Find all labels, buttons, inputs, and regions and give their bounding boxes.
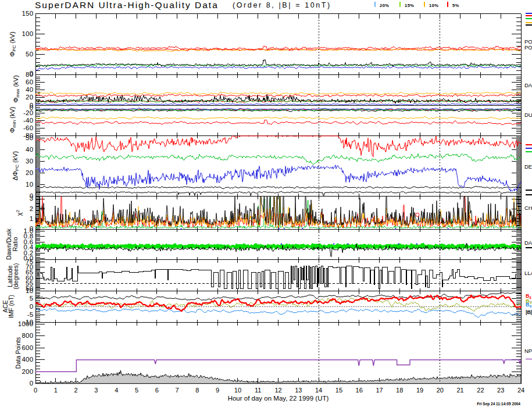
svg-text:(degrees): (degrees) — [12, 263, 19, 290]
svg-text:1: 1 — [30, 215, 34, 222]
svg-text:1000: 1000 — [18, 320, 34, 327]
svg-text:2: 2 — [74, 387, 78, 394]
svg-text:15: 15 — [335, 387, 342, 394]
svg-text:50: 50 — [26, 51, 33, 58]
svg-text:0: 0 — [34, 387, 37, 394]
svg-text:400: 400 — [22, 356, 33, 363]
svg-text:13: 13 — [295, 387, 302, 394]
svg-text:DEL: DEL — [524, 163, 532, 170]
svg-text:150: 150 — [22, 10, 33, 17]
svg-text:800: 800 — [22, 332, 33, 339]
svg-text:DAW: DAW — [524, 240, 532, 246]
svg-text:1: 1 — [54, 387, 58, 394]
svg-text:-20: -20 — [23, 109, 34, 116]
svg-text:14: 14 — [315, 387, 322, 394]
svg-text:12: 12 — [274, 387, 281, 394]
svg-text:3: 3 — [30, 195, 34, 202]
svg-text:19: 19 — [416, 387, 423, 394]
svg-text:-40: -40 — [23, 117, 34, 124]
svg-text:Φmin (kV): Φmin (kV) — [9, 107, 17, 133]
svg-text:0: 0 — [30, 380, 34, 387]
svg-text:11: 11 — [255, 387, 261, 394]
svg-text:IMF (nT): IMF (nT) — [8, 295, 15, 318]
svg-text:10%: 10% — [429, 3, 439, 8]
svg-text:18: 18 — [396, 387, 403, 394]
svg-text:5%: 5% — [452, 3, 459, 8]
svg-text:Hour of day on May, 22 1999 (U: Hour of day on May, 22 1999 (UT) — [228, 395, 329, 402]
svg-text:LLA: LLA — [524, 270, 532, 276]
svg-text:30: 30 — [26, 158, 33, 165]
svg-text:PO: PO — [524, 44, 532, 51]
svg-text:ΦPC (kV): ΦPC (kV) — [9, 31, 17, 56]
svg-text:80: 80 — [26, 71, 33, 78]
svg-text:CHI: CHI — [524, 205, 532, 211]
svg-text:10: 10 — [26, 287, 33, 294]
svg-text:10: 10 — [26, 181, 33, 188]
svg-text:600: 600 — [22, 344, 33, 351]
svg-text:60: 60 — [26, 78, 33, 85]
svg-text:|B|: |B| — [526, 309, 532, 315]
svg-text:15%: 15% — [405, 3, 415, 8]
svg-text:-5: -5 — [27, 311, 34, 318]
svg-text:22: 22 — [477, 387, 484, 394]
svg-text:-60: -60 — [23, 124, 34, 131]
svg-text:DAW: DAW — [524, 82, 532, 88]
svg-text:50: 50 — [26, 134, 33, 141]
svg-text:24: 24 — [517, 387, 524, 394]
svg-text:20: 20 — [26, 94, 33, 101]
svg-text:17: 17 — [376, 387, 383, 394]
svg-text:NP: NP — [524, 348, 532, 354]
svg-text:5: 5 — [30, 295, 34, 302]
svg-text:6: 6 — [155, 387, 159, 394]
svg-text:Ratio: Ratio — [12, 237, 19, 252]
svg-text:3: 3 — [94, 387, 98, 394]
svg-text:16: 16 — [356, 387, 363, 394]
svg-text:0: 0 — [30, 303, 34, 310]
svg-text:200: 200 — [22, 368, 33, 375]
svg-text:8: 8 — [195, 387, 199, 394]
svg-text:DUS: DUS — [524, 112, 532, 118]
svg-text:10: 10 — [234, 387, 241, 394]
svg-text:20%: 20% — [380, 3, 390, 8]
svg-text:9: 9 — [216, 387, 219, 394]
svg-text:40: 40 — [26, 86, 33, 93]
svg-text:Φmax (kV): Φmax (kV) — [12, 75, 20, 102]
svg-text:2: 2 — [30, 205, 34, 212]
svg-text:100: 100 — [22, 30, 33, 37]
svg-text:20: 20 — [437, 387, 444, 394]
svg-text:21: 21 — [456, 387, 463, 394]
svg-text:20: 20 — [26, 169, 33, 176]
svg-text:SuperDARN Ultra-High-Quality D: SuperDARN Ultra-High-Quality Data — [35, 0, 219, 10]
svg-text:Data Points: Data Points — [15, 337, 22, 369]
svg-text:7: 7 — [175, 387, 178, 394]
svg-text:23: 23 — [497, 387, 504, 394]
svg-text:40: 40 — [26, 146, 33, 153]
svg-text:5: 5 — [135, 387, 138, 394]
svg-text:(Order 8, |B| = 10nT): (Order 8, |B| = 10nT) — [233, 1, 331, 9]
svg-text:4: 4 — [115, 387, 118, 394]
svg-text:Fri Sep 24 11:14:05 2004: Fri Sep 24 11:14:05 2004 — [477, 402, 520, 406]
